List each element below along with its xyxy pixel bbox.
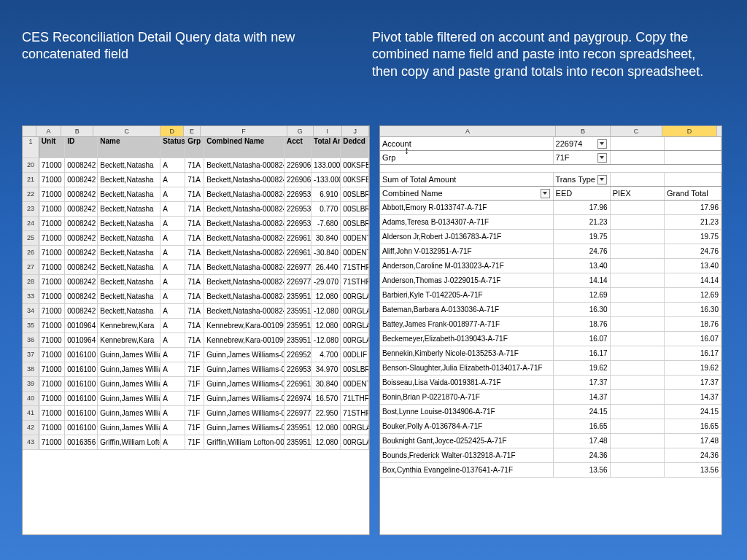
table-row[interactable]: 37710000016100Guinn,James WilliamsA71FGu… <box>23 348 369 362</box>
cell[interactable]: 226977 <box>285 275 311 289</box>
cell[interactable]: 0008242 <box>65 158 98 172</box>
cell[interactable]: 00DENT <box>341 246 369 260</box>
col-letter[interactable]: D <box>662 126 717 136</box>
cell[interactable]: Beckett,Natasha <box>98 260 160 274</box>
pivot-row[interactable]: Alderson Jr,Robert J-0136783-A-71F19.751… <box>380 230 721 244</box>
cell[interactable]: Beckett,Natasha-0008242-A-71A <box>204 187 285 201</box>
table-row[interactable]: 39710000016100Guinn,James WilliamsA71FGu… <box>23 377 369 392</box>
cell[interactable]: 226953 <box>285 202 311 216</box>
cell[interactable]: 71A <box>185 260 204 274</box>
cell[interactable]: Abbott,Emory R-0133747-A-71F <box>380 201 554 214</box>
cell[interactable]: 24.76 <box>554 244 611 258</box>
cell[interactable] <box>611 346 665 360</box>
cell[interactable]: 71000 <box>39 260 65 274</box>
cell[interactable]: 19.75 <box>665 230 721 244</box>
cell[interactable]: A <box>160 231 185 245</box>
cell[interactable]: 71000 <box>39 392 65 405</box>
cell[interactable]: 00RGLA <box>341 333 369 347</box>
cell[interactable]: -29.070 <box>311 275 341 289</box>
col-letter[interactable]: E <box>184 126 201 136</box>
cell[interactable]: 0016100 <box>65 348 98 362</box>
cell[interactable]: 12.69 <box>554 288 611 302</box>
cell[interactable]: Beckett,Natasha-0008242-A-71A <box>204 304 285 318</box>
cell[interactable]: 0008242 <box>65 289 98 303</box>
filter-icon[interactable] <box>597 153 607 163</box>
cell[interactable]: 0010964 <box>65 319 98 332</box>
cell[interactable]: Anderson,Caroline M-0133023-A-71F <box>380 259 554 273</box>
col-letter[interactable]: A <box>36 126 61 136</box>
cell[interactable]: 71A <box>185 275 204 289</box>
cell[interactable]: 71000 <box>39 348 65 362</box>
cell[interactable]: 0008242 <box>65 217 98 230</box>
cell[interactable]: 133.000 <box>311 158 341 172</box>
cell[interactable]: Guinn,James Williams <box>98 362 160 376</box>
cell[interactable]: Beckett,Natasha-0008242-A-71A <box>204 173 285 187</box>
cell[interactable]: 71F <box>185 435 204 449</box>
cell[interactable]: 22.950 <box>311 406 341 420</box>
pivot-row[interactable]: Box,Cynthia Evangeline-0137641-A-71F13.5… <box>380 463 721 478</box>
column-header[interactable]: Acct <box>285 137 311 158</box>
cell[interactable]: A <box>160 202 185 216</box>
cell[interactable]: Beckett,Natasha <box>98 173 160 187</box>
col-letter[interactable] <box>23 126 36 136</box>
cell[interactable]: 24.15 <box>665 405 721 419</box>
cell[interactable]: 00DLIF <box>341 348 369 362</box>
cell[interactable] <box>611 288 665 302</box>
cell[interactable]: 226953 <box>285 362 311 376</box>
row-number[interactable]: 43 <box>23 435 39 449</box>
cell[interactable]: 00RGLA <box>341 304 369 318</box>
cell[interactable]: 235951 <box>285 304 311 318</box>
cell[interactable]: 16.65 <box>665 419 721 433</box>
col-letter[interactable]: B <box>61 126 94 136</box>
row-number[interactable]: 20 <box>23 158 39 172</box>
cell[interactable]: 00SLBR <box>341 187 369 201</box>
table-row[interactable]: 40710000016100Guinn,James WilliamsA71FGu… <box>23 392 369 406</box>
cell[interactable] <box>611 230 665 244</box>
cell[interactable] <box>611 244 665 258</box>
pivot-row[interactable]: Bouker,Polly A-0136784-A-71F16.6516.65 <box>380 419 721 434</box>
cell[interactable]: Guinn,James Williams-0016100-A-71F <box>204 406 285 420</box>
pivot-row[interactable]: Bounds,Frederick Walter-0132918-A-71F24.… <box>380 448 721 463</box>
cell[interactable] <box>611 201 665 214</box>
filter-value[interactable]: 226974 <box>554 137 611 150</box>
cell[interactable]: 71A <box>185 231 204 245</box>
cell[interactable]: 226974 <box>285 392 311 405</box>
cell[interactable]: 16.17 <box>665 346 721 360</box>
cell[interactable]: 17.48 <box>665 434 721 448</box>
cell[interactable]: 71A <box>185 202 204 216</box>
cell[interactable]: Beckett,Natasha <box>98 187 160 201</box>
cell[interactable]: 71000 <box>39 406 65 420</box>
cell[interactable]: 226961 <box>285 246 311 260</box>
cell[interactable]: 30.840 <box>311 377 341 391</box>
cell[interactable]: Guinn,James Williams <box>98 348 160 362</box>
cell[interactable]: 18.76 <box>554 317 611 331</box>
row-number[interactable]: 42 <box>23 421 39 435</box>
cell[interactable]: A <box>160 217 185 230</box>
cell[interactable]: Beckett,Natasha-0008242-A-71A <box>204 158 285 172</box>
cell[interactable]: A <box>160 173 185 187</box>
cell[interactable]: 4.700 <box>311 348 341 362</box>
col-letter[interactable]: B <box>556 126 611 136</box>
cell[interactable]: 0016356 <box>65 435 98 449</box>
cell[interactable]: 00RGLA <box>341 421 369 435</box>
row-number[interactable]: 38 <box>23 362 39 376</box>
cell[interactable]: A <box>160 158 185 172</box>
cell[interactable]: 226961 <box>285 377 311 391</box>
cell[interactable]: Anderson,Thomas J-0229015-A-71F <box>380 273 554 287</box>
table-row[interactable]: 42710000016100Guinn,James WilliamsA71FGu… <box>23 421 369 435</box>
cell[interactable]: Guinn,James Williams <box>98 421 160 435</box>
table-row[interactable]: 28710000008242Beckett,NatashaA71ABeckett… <box>23 275 369 289</box>
cell[interactable] <box>665 151 721 164</box>
cell[interactable]: 0008242 <box>65 187 98 201</box>
detail-query-sheet[interactable]: ABCDEFGIJ 1UnitIDNameStatusGrpCombined N… <box>22 125 370 535</box>
cell[interactable]: 17.96 <box>665 201 721 214</box>
cell[interactable]: 71F <box>185 377 204 391</box>
column-header[interactable]: Unit <box>39 137 65 158</box>
cell[interactable]: 16.570 <box>311 392 341 405</box>
column-header[interactable]: ID <box>65 137 98 158</box>
pivot-row[interactable]: Bost,Lynne Louise-0134906-A-71F24.1524.1… <box>380 405 721 419</box>
cell[interactable]: 00DENT <box>341 231 369 245</box>
cell[interactable]: A <box>160 348 185 362</box>
cell[interactable]: 71000 <box>39 187 65 201</box>
col-letter[interactable]: I <box>314 126 342 136</box>
